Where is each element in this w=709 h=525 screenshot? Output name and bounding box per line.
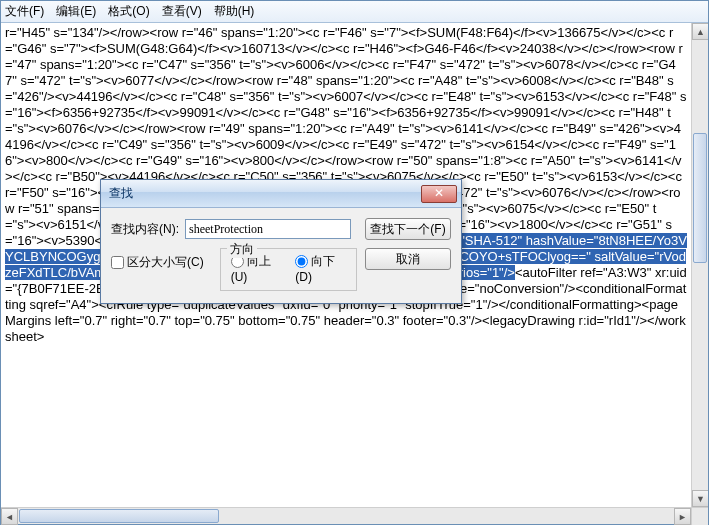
find-next-button[interactable]: 查找下一个(F) bbox=[365, 218, 451, 240]
match-case-label: 区分大小写(C) bbox=[127, 254, 204, 271]
scroll-thumb-h[interactable] bbox=[19, 509, 219, 523]
scroll-thumb-v[interactable] bbox=[693, 133, 707, 263]
find-label: 查找内容(N): bbox=[111, 221, 179, 238]
close-icon[interactable]: ✕ bbox=[421, 185, 457, 203]
dialog-body: 查找内容(N): 查找下一个(F) 区分大小写(C) 方向 向上(U) 向下(D… bbox=[101, 208, 461, 303]
dialog-title: 查找 bbox=[109, 185, 421, 202]
find-dialog: 查找 ✕ 查找内容(N): 查找下一个(F) 区分大小写(C) 方向 向上(U)… bbox=[100, 179, 462, 304]
scroll-down-icon[interactable]: ▼ bbox=[692, 490, 708, 507]
menu-help[interactable]: 帮助(H) bbox=[214, 3, 255, 20]
menu-edit[interactable]: 编辑(E) bbox=[56, 3, 96, 20]
dialog-titlebar[interactable]: 查找 ✕ bbox=[101, 180, 461, 208]
match-case-checkbox[interactable] bbox=[111, 256, 124, 269]
menu-file[interactable]: 文件(F) bbox=[5, 3, 44, 20]
direction-group: 方向 向上(U) 向下(D) bbox=[220, 248, 357, 291]
direction-legend: 方向 bbox=[227, 241, 257, 258]
menubar: 文件(F) 编辑(E) 格式(O) 查看(V) 帮助(H) bbox=[1, 1, 708, 23]
horizontal-scrollbar[interactable]: ◄ ► bbox=[1, 507, 708, 524]
scroll-up-icon[interactable]: ▲ bbox=[692, 23, 708, 40]
radio-down[interactable] bbox=[295, 255, 308, 268]
menu-view[interactable]: 查看(V) bbox=[162, 3, 202, 20]
scroll-corner bbox=[691, 508, 708, 525]
scroll-left-icon[interactable]: ◄ bbox=[1, 508, 18, 525]
vertical-scrollbar[interactable]: ▲ ▼ bbox=[691, 23, 708, 507]
scroll-right-icon[interactable]: ► bbox=[674, 508, 691, 525]
cancel-button[interactable]: 取消 bbox=[365, 248, 451, 270]
radio-down-wrap[interactable]: 向下(D) bbox=[295, 253, 346, 284]
find-input[interactable] bbox=[185, 219, 351, 239]
menu-format[interactable]: 格式(O) bbox=[108, 3, 149, 20]
